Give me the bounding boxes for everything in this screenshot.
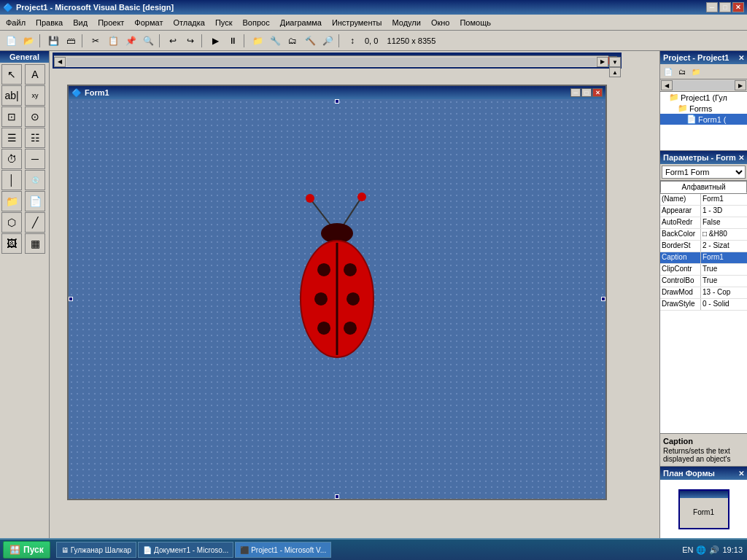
tool-vscroll[interactable]: │	[1, 170, 22, 190]
tool-listbox[interactable]: ☰	[1, 128, 22, 148]
tool-hscroll[interactable]: ─	[25, 149, 45, 169]
menu-diagram[interactable]: Диаграмма	[276, 17, 326, 28]
toolbar-btn8[interactable]: ↕	[344, 33, 360, 49]
tool-frame[interactable]: xy	[25, 85, 45, 106]
scroll-left-btn[interactable]: ◀	[54, 57, 66, 67]
plan-close[interactable]: ✕	[738, 470, 744, 478]
tool-combobox[interactable]: ☷	[25, 128, 45, 148]
project-explorer-close[interactable]: ✕	[738, 54, 744, 62]
tool-optionbutton[interactable]: ⊙	[25, 106, 45, 127]
toolbar-cut[interactable]: ✂	[88, 33, 104, 49]
pe-scroll-right[interactable]: ▶	[735, 80, 746, 90]
toolbar-save-all[interactable]: 🗃	[63, 33, 79, 49]
tree-project[interactable]: 📁 Project1 (Гул	[660, 92, 747, 103]
tool-data[interactable]: ▦	[25, 233, 45, 254]
pe-view-object[interactable]: 🗂	[676, 66, 689, 77]
prop-value-drawstyle[interactable]: 0 - Solid	[701, 299, 747, 310]
prop-value-name[interactable]: Form1	[701, 194, 747, 205]
resize-handle-top[interactable]	[335, 99, 339, 104]
menu-run[interactable]: Пуск	[211, 17, 237, 28]
pe-scroll-left[interactable]: ◀	[661, 80, 673, 90]
form-title-left: 🔷 Form1	[71, 88, 109, 98]
form-canvas[interactable]	[69, 99, 605, 499]
toolbar-copy[interactable]: 📋	[105, 33, 121, 49]
prop-value-caption[interactable]: Form1	[701, 252, 747, 263]
scroll-up-btn[interactable]: ▲	[609, 67, 621, 77]
tool-textbox[interactable]: ab|	[1, 85, 22, 106]
prop-value-clipcontr[interactable]: True	[701, 264, 747, 275]
toolbar-new[interactable]: 📄	[3, 33, 19, 49]
resize-handle-bottom[interactable]	[335, 494, 339, 499]
form-title: Form1	[85, 88, 109, 97]
minimize-button[interactable]: ─	[706, 2, 718, 12]
pe-view-code[interactable]: 📄	[662, 66, 675, 77]
tool-image[interactable]: 🖼	[1, 233, 22, 254]
menu-tools[interactable]: Инструменты	[328, 17, 387, 28]
tool-filelistbox[interactable]: 📄	[25, 191, 45, 211]
tool-dirlistbox[interactable]: 📁	[1, 191, 22, 211]
toolbar-properties[interactable]: 🔧	[267, 33, 283, 49]
plan-content: Form1	[660, 480, 747, 538]
start-button[interactable]: 🪟 Пуск	[3, 541, 50, 559]
mdi-hscrollbar[interactable]: ◀ ▶	[54, 55, 608, 67]
menu-modules[interactable]: Модули	[387, 17, 425, 28]
tool-line[interactable]: ╱	[25, 212, 45, 233]
toolbar-open[interactable]: 📂	[20, 33, 36, 49]
menu-query[interactable]: Вопрос	[239, 17, 274, 28]
form-minimize[interactable]: ─	[570, 88, 581, 97]
pe-toggle-folders[interactable]: 📁	[689, 66, 703, 77]
toolbar-save[interactable]: 💾	[45, 33, 61, 49]
tool-timer[interactable]: ⏱	[1, 149, 22, 169]
properties-object-select[interactable]: Form1 Form	[662, 166, 746, 179]
toolbar-undo[interactable]: ↩	[165, 33, 181, 49]
toolbar-object-browser[interactable]: 🔎	[320, 33, 336, 49]
resize-handle-right[interactable]	[601, 297, 605, 301]
prop-value-controlbox[interactable]: True	[701, 276, 747, 287]
maximize-button[interactable]: □	[719, 2, 731, 12]
menu-window[interactable]: Окно	[427, 17, 454, 28]
toolbar-pause[interactable]: ⏸	[225, 33, 241, 49]
tool-label[interactable]: A	[25, 64, 45, 85]
svg-line-0	[311, 201, 331, 226]
scroll-right-btn[interactable]: ▶	[597, 57, 608, 67]
svg-line-1	[343, 199, 360, 226]
toolbar-toolbox[interactable]: 🔨	[302, 33, 318, 49]
toolbar-find[interactable]: 🔍	[140, 33, 156, 49]
tree-forms[interactable]: 📁 Forms	[660, 103, 747, 114]
toolbar-form-layout[interactable]: 🗂	[285, 33, 301, 49]
toolbar-paste[interactable]: 📌	[123, 33, 139, 49]
taskbar-item-1[interactable]: 📄 Документ1 - Microso...	[138, 542, 233, 558]
prop-value-backcolor[interactable]: □ &H80	[701, 229, 747, 240]
tool-select[interactable]: ↖	[1, 64, 22, 85]
prop-value-autoredr[interactable]: False	[701, 217, 747, 228]
toolbar-run[interactable]: ▶	[207, 33, 223, 49]
prop-value-drawmode[interactable]: 13 - Cop	[701, 287, 747, 298]
tree-form1[interactable]: 📄 Form1 (	[660, 114, 747, 125]
close-button[interactable]: ✕	[732, 2, 744, 12]
project-explorer-toolbar: 📄 🗂 📁	[660, 64, 747, 79]
app-title: Project1 - Microsoft Visual Basic [desig…	[16, 3, 174, 12]
prop-row-caption: Caption Form1	[660, 252, 747, 264]
tool-drivelistbox[interactable]: 💿	[25, 170, 45, 190]
toolbar-redo[interactable]: ↪	[182, 33, 198, 49]
form-close[interactable]: ✕	[592, 88, 603, 97]
menu-format[interactable]: Формат	[130, 17, 167, 28]
menu-edit[interactable]: Правка	[31, 17, 67, 28]
menu-view[interactable]: Вид	[69, 17, 92, 28]
toolbar-project-explorer[interactable]: 📁	[249, 33, 266, 49]
tab-alphabetical[interactable]: Алфавитный	[660, 181, 747, 193]
form-maximize[interactable]: □	[581, 88, 592, 97]
menu-project[interactable]: Проект	[93, 17, 128, 28]
prop-value-appear[interactable]: 1 - 3D	[701, 206, 747, 217]
taskbar-item-0[interactable]: 🖥 Гулжанар Шалкар	[56, 542, 136, 558]
properties-close[interactable]: ✕	[738, 154, 744, 162]
prop-value-borderstyle[interactable]: 2 - Sizat	[701, 241, 747, 252]
menu-help[interactable]: Помощь	[455, 17, 495, 28]
resize-handle-left[interactable]	[69, 297, 73, 301]
tool-shape[interactable]: ⬡	[1, 212, 22, 233]
taskbar-item-2[interactable]: ⬛ Project1 - Microsoft V...	[235, 542, 331, 558]
scroll-down-btn[interactable]: ▼	[609, 57, 621, 67]
menu-file[interactable]: Файл	[1, 17, 30, 28]
menu-debug[interactable]: Отладка	[169, 17, 209, 28]
tool-commandbutton[interactable]: ⊡	[1, 106, 22, 127]
